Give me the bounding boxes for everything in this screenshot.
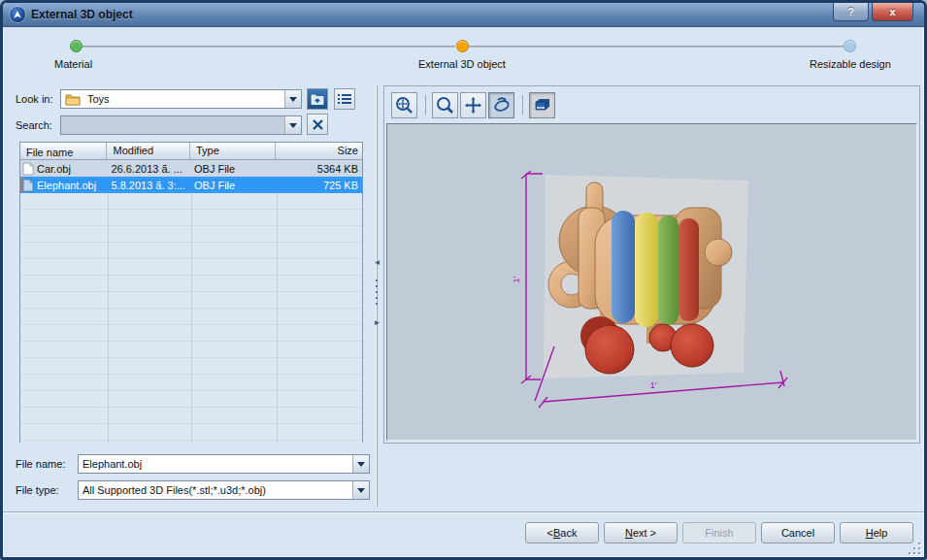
zoom-button[interactable] xyxy=(432,92,458,118)
file-name-combobox[interactable]: Elephant.obj xyxy=(78,454,370,474)
size-cell: 725 KB xyxy=(276,180,363,191)
panel-splitter[interactable]: ◄ ► xyxy=(373,85,381,507)
modified-cell: 26.6.2013 ã. ... xyxy=(107,163,190,175)
next-button[interactable]: Next > xyxy=(604,522,678,544)
column-header-size[interactable]: Size xyxy=(276,143,362,159)
column-divider xyxy=(108,160,109,443)
list-view-icon xyxy=(338,93,351,105)
preview-toolbar xyxy=(384,86,919,123)
folder-up-icon xyxy=(311,93,324,106)
resize-grip[interactable] xyxy=(907,541,920,554)
look-in-label: Look in: xyxy=(16,93,53,105)
footer-divider xyxy=(3,511,924,513)
preview-panel: 1' 1' xyxy=(383,85,920,444)
close-button[interactable]: x xyxy=(872,3,913,21)
wizard-step-resizable-dot xyxy=(844,40,856,52)
wizard-step-external-label: External 3D object xyxy=(418,58,506,70)
table-row-car[interactable]: Car.obj 26.6.2013 ã. ... OBJ File 5364 K… xyxy=(20,160,362,177)
magnifier-icon xyxy=(436,96,454,115)
file-type-label: File type: xyxy=(16,484,59,496)
collapse-right-icon[interactable]: ► xyxy=(373,318,381,327)
size-cell: 5364 KB xyxy=(276,163,363,175)
file-page-icon xyxy=(22,162,34,176)
table-body: Car.obj 26.6.2013 ã. ... OBJ File 5364 K… xyxy=(20,160,362,443)
type-cell: OBJ File xyxy=(190,163,276,175)
orbit-icon xyxy=(492,96,512,115)
app-icon xyxy=(10,7,25,22)
file-type-combobox[interactable]: All Supported 3D Files(*.stl;*.u3d;*.obj… xyxy=(78,480,370,500)
back-button[interactable]: < Back xyxy=(525,522,599,544)
clear-x-icon xyxy=(312,118,324,131)
elephant-3d-render: 1' 1' xyxy=(387,124,916,440)
toolbar-separator xyxy=(522,95,523,115)
look-in-dropdown-arrow-icon[interactable] xyxy=(284,90,301,108)
look-in-combobox[interactable]: Toys xyxy=(60,89,302,109)
column-divider xyxy=(191,160,192,443)
zoom-extents-icon xyxy=(395,96,414,115)
pan-button[interactable] xyxy=(460,92,486,118)
wizard-line-1 xyxy=(83,46,455,48)
search-combobox[interactable] xyxy=(60,115,302,135)
up-one-level-button[interactable] xyxy=(307,88,328,110)
wizard-step-material-label: Material xyxy=(54,58,92,70)
help-button[interactable]: Help xyxy=(840,522,913,544)
wizard-step-external-dot xyxy=(456,40,469,52)
column-divider xyxy=(277,160,278,443)
titlebar[interactable]: External 3D object ? x xyxy=(3,3,924,27)
file-type-dropdown-arrow-icon[interactable] xyxy=(352,481,369,499)
column-header-modified[interactable]: Modified xyxy=(107,143,190,159)
table-header-row: File name Modified Type Size xyxy=(20,143,362,160)
file-name-value[interactable]: Elephant.obj xyxy=(79,458,352,470)
folder-icon xyxy=(65,93,81,106)
pan-icon xyxy=(464,96,482,115)
toolbar-separator xyxy=(425,95,426,115)
window-title: External 3D object xyxy=(31,8,133,21)
measure-button[interactable] xyxy=(529,92,555,118)
type-cell: OBJ File xyxy=(190,180,276,191)
file-page-blue-icon xyxy=(22,179,34,192)
collapse-left-icon[interactable]: ◄ xyxy=(373,258,381,267)
zoom-extents-button[interactable] xyxy=(391,92,417,118)
view-mode-button[interactable] xyxy=(334,88,355,110)
search-dropdown-arrow-icon[interactable] xyxy=(284,116,301,134)
orbit-button[interactable] xyxy=(488,92,514,118)
wizard-step-resizable-label: Resizable design xyxy=(810,58,891,70)
help-caption-button[interactable]: ? xyxy=(833,3,869,21)
table-row-elephant-selected[interactable]: Elephant.obj 5.8.2013 ã. 3:... OBJ File … xyxy=(20,177,362,193)
external-3d-object-dialog: External 3D object ? x Material External… xyxy=(0,0,927,560)
splitter-grip[interactable] xyxy=(376,280,378,309)
column-header-file-name[interactable]: File name xyxy=(20,143,107,159)
wizard-line-2 xyxy=(469,46,844,48)
wizard-step-material-dot xyxy=(70,40,83,52)
modified-cell: 5.8.2013 ã. 3:... xyxy=(107,180,190,191)
look-in-value: Toys xyxy=(83,93,284,105)
height-dimension-label: 1' xyxy=(512,276,521,282)
cancel-button[interactable]: Cancel xyxy=(761,522,835,544)
search-label: Search: xyxy=(16,119,52,131)
column-header-type[interactable]: Type xyxy=(190,143,276,159)
measure-box-icon xyxy=(533,96,552,115)
file-name-cell: Car.obj xyxy=(37,163,71,175)
preview-canvas[interactable]: 1' 1' xyxy=(386,123,917,441)
file-list-table: File name Modified Type Size Car.obj 26.… xyxy=(19,142,363,443)
clear-search-button[interactable] xyxy=(307,114,328,135)
width-dimension-label: 1' xyxy=(650,380,657,390)
file-type-value[interactable]: All Supported 3D Files(*.stl;*.u3d;*.obj… xyxy=(79,484,352,496)
file-name-cell: Elephant.obj xyxy=(37,180,96,191)
finish-button[interactable]: Finish xyxy=(682,522,756,544)
file-name-dropdown-arrow-icon[interactable] xyxy=(352,455,369,473)
wizard-progress: Material External 3D object Resizable de… xyxy=(3,28,924,79)
file-name-label: File name: xyxy=(16,458,65,470)
